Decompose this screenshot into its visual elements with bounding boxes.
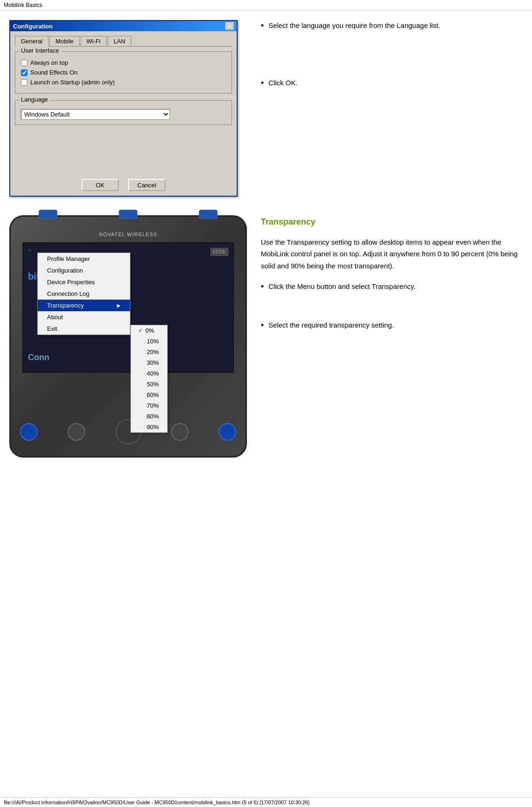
top-button-right [199,210,218,219]
checkbox-always-on-top: Always on top [21,59,226,66]
menu-item-exit[interactable]: Exit [38,323,130,335]
menu-item-about[interactable]: About [38,311,130,323]
dialog-close-button[interactable]: × [225,22,234,30]
tab-wifi[interactable]: Wi-Fi [81,36,107,46]
submenu-item-40[interactable]: 40% [131,368,167,379]
submenu-10-label: 10% [147,338,159,345]
left-column-top: Configuration × General Mobile Wi-Fi LAN… [0,15,252,201]
device-container: NOVATEL WIRELESS EDGE bile Conn -/- [9,215,247,458]
transparency-description: Use the Transparency setting to allow de… [261,236,518,272]
checkbox-sound-effects: Sound Effects On [21,69,226,76]
menu-item-profile-manager-label: Profile Manager [47,255,90,262]
submenu-item-30[interactable]: 30% [131,357,167,368]
menu-item-device-properties[interactable]: Device Properties [38,276,130,288]
always-on-top-label: Always on top [30,59,68,66]
bottom-button-right [218,423,236,441]
right-column-top: • Select the language you require from t… [252,15,532,201]
edge-badge: EDGE [211,248,228,256]
spacer-1 [261,40,518,77]
language-group: Language Windows Default [15,100,232,125]
dialog-title: Configuration [13,23,53,30]
checkbox-launch-startup: Launch on Startup (admin only) [21,79,226,86]
bullet-dot-2: • [261,77,264,89]
transparency-heading: Transparency [261,215,518,229]
sound-effects-checkbox[interactable] [21,69,27,76]
top-button-center [119,210,137,219]
submenu-40-label: 40% [147,370,159,377]
section2-bullet-text-1: Click the Menu button and select Transpa… [268,281,416,292]
menu-item-configuration-label: Configuration [47,267,83,274]
section-row-2: NOVATEL WIRELESS EDGE bile Conn -/- [0,211,532,462]
launch-startup-checkbox[interactable] [21,79,27,86]
launch-startup-label: Launch on Startup (admin only) [30,79,115,86]
device-area: NOVATEL WIRELESS EDGE bile Conn -/- [0,211,252,462]
conn-text: Conn [28,353,49,362]
submenu-item-60[interactable]: 60% [131,390,167,400]
transparency-submenu: 0% 10% 20% 30% 40% 50% [130,325,168,433]
section2-bullet-dot-1: • [261,281,264,293]
dialog-tabs: General Mobile Wi-Fi LAN [15,36,232,47]
bullet-1: • Select the language you require from t… [261,20,518,32]
bullet-text-1: Select the language you require from the… [268,20,440,31]
menu-item-about-label: About [47,314,63,321]
submenu-50-label: 50% [147,381,159,388]
device-bottom-row [20,419,236,445]
menu-item-transparency[interactable]: Transparency ▶ [38,300,130,311]
footer-text: file:///A|/Product Information/HSPA/Ovat… [4,800,309,805]
bullet-dot-1: • [261,20,264,32]
configuration-dialog: Configuration × General Mobile Wi-Fi LAN… [9,20,238,197]
menu-item-profile-manager[interactable]: Profile Manager [38,253,130,265]
language-group-label: Language [19,96,50,103]
bottom-button-center-right [171,423,189,441]
menu-item-configuration[interactable]: Configuration [38,265,130,276]
submenu-item-0[interactable]: 0% [131,325,167,336]
submenu-item-50[interactable]: 50% [131,379,167,390]
always-on-top-checkbox[interactable] [21,60,27,66]
top-button-left [39,210,57,219]
section2-spacer [261,301,518,320]
context-menu: Profile Manager Configuration Device Pro… [37,253,130,335]
submenu-item-70[interactable]: 70% [131,400,167,411]
tab-general[interactable]: General [15,36,48,47]
transparency-submenu-arrow: ▶ [117,303,121,308]
section2-bullet-2: • Select the required transparency setti… [261,320,518,331]
menu-item-exit-label: Exit [47,325,57,332]
language-select-row: Windows Default [21,109,226,120]
signal-area: -/- [28,248,32,253]
submenu-item-80[interactable]: 80% [131,411,167,422]
section2-bullet-dot-2: • [261,320,264,331]
page-footer: file:///A|/Product Information/HSPA/Ovat… [0,797,532,807]
section2-bullet-text-2: Select the required transparency setting… [268,320,394,331]
bottom-button-left [20,423,38,441]
submenu-80-label: 80% [147,413,159,420]
menu-item-connection-log-label: Connection Log [47,290,89,297]
submenu-30-label: 30% [147,359,159,366]
dialog-spacer [15,131,232,169]
user-interface-label: User Interface [19,47,61,54]
submenu-item-90[interactable]: 90% [131,422,167,432]
language-dropdown[interactable]: Windows Default [21,109,170,120]
section2-bullet-1: • Click the Menu button and select Trans… [261,281,518,293]
bullet-text-2: Click OK. [268,77,298,89]
bottom-button-center-left [68,423,85,441]
submenu-70-label: 70% [147,402,159,409]
right-column-bottom: Transparency Use the Transparency settin… [252,211,532,462]
device-body: NOVATEL WIRELESS EDGE bile Conn -/- [9,215,247,458]
submenu-0-label: 0% [145,327,154,334]
submenu-item-20[interactable]: 20% [131,347,167,357]
submenu-item-10[interactable]: 10% [131,336,167,347]
page-title: Mobilink Basics [0,0,532,11]
menu-item-device-properties-label: Device Properties [47,279,95,286]
bullet-2: • Click OK. [261,77,518,89]
tab-lan[interactable]: LAN [108,36,131,46]
device-brand: NOVATEL WIRELESS [99,232,157,237]
cancel-button[interactable]: Cancel [128,179,165,191]
submenu-20-label: 20% [147,349,159,356]
submenu-90-label: 90% [147,424,159,431]
menu-item-transparency-label: Transparency [47,302,84,309]
dialog-titlebar: Configuration × [10,21,237,31]
dialog-footer: OK Cancel [10,173,237,196]
menu-item-connection-log[interactable]: Connection Log [38,288,130,300]
tab-mobile[interactable]: Mobile [49,36,79,46]
ok-button[interactable]: OK [82,179,119,191]
